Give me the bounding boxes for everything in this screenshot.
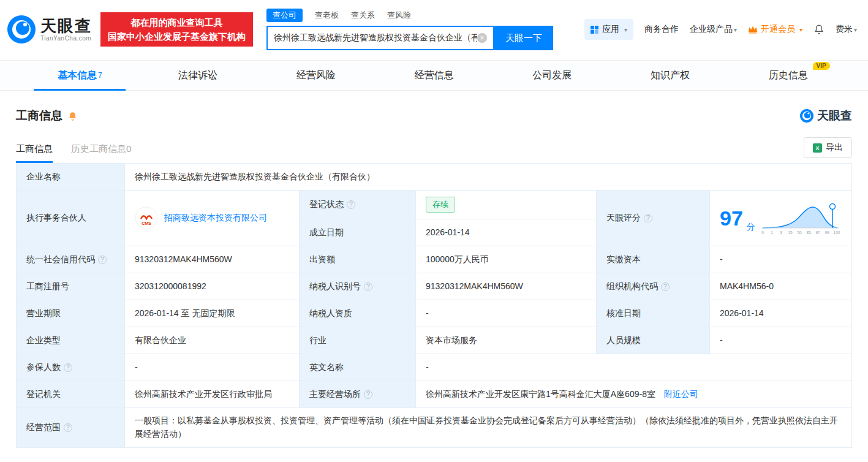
tianyancha-logo-icon	[7, 15, 36, 44]
header-right: 应用 ▾ 商务合作 企业级产品 ▾ 开通会员 ▾	[584, 19, 857, 40]
tab-label: 基本信息	[58, 69, 97, 82]
tab-label: 历史信息	[769, 70, 808, 80]
field-value-org-code: MAK4HM56-0	[710, 273, 852, 300]
help-icon[interactable]: ?	[347, 200, 355, 209]
field-value-reg-authority: 徐州高新技术产业开发区行政审批局	[125, 381, 300, 408]
help-icon[interactable]: ?	[644, 214, 652, 222]
tab-basic-info[interactable]: 基本信息7	[21, 61, 139, 90]
field-value-taxpayer-id: 91320312MAK4HM560W	[416, 273, 597, 300]
help-icon[interactable]: ?	[64, 363, 72, 372]
search-tab-boss[interactable]: 查老板	[315, 10, 339, 21]
status-badge: 存续	[426, 197, 455, 213]
svg-text:85: 85	[806, 230, 811, 235]
field-label-company-type: 企业类型	[17, 327, 125, 354]
help-icon[interactable]: ?	[64, 423, 72, 432]
help-icon[interactable]: ?	[661, 282, 670, 291]
svg-text:100: 100	[833, 230, 840, 235]
partner-company-link[interactable]: 招商致远资本投资有限公司	[164, 211, 267, 225]
export-button[interactable]: X 导出	[804, 137, 852, 158]
apps-menu[interactable]: 应用 ▾	[584, 19, 633, 40]
search-button[interactable]: 天眼一下	[494, 26, 553, 50]
field-label-business-place: 主要经营场所?	[300, 381, 416, 408]
tab-company-development[interactable]: 公司发展	[493, 61, 611, 90]
field-value-company-type: 有限合伙企业	[125, 327, 300, 354]
promo-banner: 都在用的商业查询工具 国家中小企业发展子基金旗下机构	[100, 12, 253, 47]
field-value-business-place: 徐州高新技术产业开发区康宁路1号高科金汇大厦A座609-8室 附近公司	[416, 381, 852, 408]
field-value-partner: CMS 招商致远资本投资有限公司	[125, 191, 300, 246]
user-menu[interactable]: 费米 ▾	[836, 24, 857, 35]
svg-text:15: 15	[788, 230, 793, 235]
tab-label: 经营风险	[296, 69, 336, 82]
field-label-term: 营业期限	[17, 300, 125, 327]
field-label-establish-date: 成立日期	[300, 219, 416, 246]
subtab-business-info[interactable]: 工商信息	[16, 143, 53, 163]
field-value-business-scope: 一般项目：以私募基金从事股权投资、投资管理、资产管理等活动（须在中国证券投资基金…	[125, 408, 852, 447]
field-label-partner: 执行事务合伙人	[17, 191, 125, 246]
subtab-history-business-info[interactable]: 历史工商信息0	[71, 143, 131, 163]
username: 费米	[836, 24, 853, 35]
field-value-score: 97 分 0 1 3 15 50	[710, 191, 852, 246]
field-label-score: 天眼评分?	[597, 191, 710, 246]
site-header: 天眼查 TianYanCha.com 都在用的商业查询工具 国家中小企业发展子基…	[0, 0, 868, 55]
tab-label: 法律诉讼	[178, 69, 217, 82]
field-value-staff-size: -	[710, 327, 852, 354]
search-tab-company[interactable]: 查公司	[266, 9, 303, 22]
score-chart: 0 1 3 15 50 85 97 99 100	[759, 200, 842, 237]
help-icon[interactable]: ?	[364, 390, 372, 399]
search-box: ×	[266, 26, 494, 50]
notification-bell-icon[interactable]	[813, 24, 825, 35]
field-value-approval-date: 2026-01-14	[710, 300, 852, 327]
field-label-paid-capital: 实缴资本	[597, 246, 710, 273]
promo-banner-line1: 都在用的商业查询工具	[108, 15, 246, 29]
search-tabs: 查公司 查老板 查关系 查风险	[266, 9, 553, 22]
open-vip-link[interactable]: 开通会员 ▾	[748, 24, 802, 35]
tianyancha-logo[interactable]: 天眼查 TianYanCha.com	[7, 15, 92, 44]
field-label-reg-no: 工商注册号	[17, 273, 125, 300]
field-label-taxpayer-quality: 纳税人资质	[300, 300, 416, 327]
field-value-paid-capital: -	[710, 246, 852, 273]
field-label-credit-code: 统一社会信用代码?	[17, 246, 125, 273]
tab-history-info[interactable]: 历史信息 VIP	[729, 61, 847, 90]
search-tab-risk[interactable]: 查风险	[387, 10, 411, 21]
tab-business-info[interactable]: 经营信息	[375, 61, 493, 90]
caret-down-icon: ▾	[854, 26, 857, 33]
vip-crown-icon	[748, 25, 758, 34]
field-value-credit-code: 91320312MAK4HM560W	[125, 246, 300, 273]
nearby-companies-link[interactable]: 附近公司	[664, 389, 698, 399]
field-value-capital: 100000万人民币	[416, 246, 597, 273]
tab-label: 知识产权	[651, 69, 690, 82]
tab-intellectual-property[interactable]: 知识产权	[611, 61, 730, 90]
tab-count: 7	[98, 71, 102, 80]
search-input[interactable]	[274, 33, 477, 43]
field-value-english-name: -	[416, 354, 852, 381]
svg-text:99: 99	[825, 230, 829, 235]
field-label-reg-status: 登记状态?	[300, 191, 416, 219]
help-icon[interactable]: ?	[364, 282, 372, 291]
enterprise-products-link[interactable]: 企业级产品 ▾	[690, 24, 737, 35]
search-clear-icon[interactable]: ×	[477, 33, 487, 43]
svg-text:1: 1	[771, 230, 773, 235]
biz-cooperation-link[interactable]: 商务合作	[644, 24, 679, 35]
help-icon[interactable]: ?	[98, 256, 107, 264]
section-brand-text: 天眼查	[817, 108, 852, 124]
field-value-company-name: 徐州徐工致远战新先进智造股权投资基金合伙企业（有限合伙）	[125, 164, 852, 191]
field-label-capital: 出资额	[300, 246, 416, 273]
partner-company-logo: CMS	[135, 206, 158, 230]
announcement-bell-icon[interactable]	[67, 111, 78, 121]
field-label-english-name: 英文名称	[300, 354, 416, 381]
field-value-establish-date: 2026-01-14	[416, 219, 597, 246]
field-label-company-name: 企业名称	[17, 164, 125, 191]
apps-label: 应用	[602, 24, 619, 35]
field-value-reg-status: 存续	[416, 191, 597, 219]
caret-down-icon: ▾	[624, 26, 627, 33]
score-value: 97	[720, 208, 743, 229]
search-tab-relation[interactable]: 查关系	[351, 10, 375, 21]
tab-business-risk[interactable]: 经营风险	[257, 61, 375, 90]
caret-down-icon: ▾	[799, 26, 802, 33]
tab-legal-proceedings[interactable]: 法律诉讼	[139, 61, 257, 90]
logo-subtext: TianYanCha.com	[40, 35, 92, 42]
vip-badge: VIP	[813, 62, 830, 70]
svg-text:97: 97	[815, 230, 820, 235]
apps-grid-icon	[591, 26, 598, 34]
field-label-approval-date: 核准日期	[597, 300, 710, 327]
